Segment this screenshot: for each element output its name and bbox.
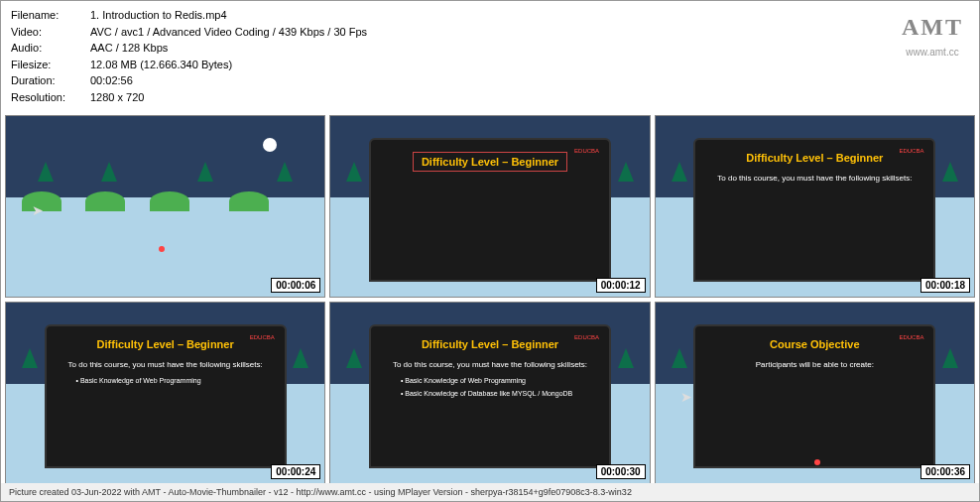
timestamp-6: 00:00:36 bbox=[920, 464, 970, 479]
resolution-value: 1280 x 720 bbox=[90, 89, 969, 106]
metadata-header: Filename:1. Introduction to Redis.mp4 Vi… bbox=[1, 1, 979, 111]
cursor-icon: ➤ bbox=[680, 389, 692, 405]
logo-text: AMT bbox=[902, 9, 963, 45]
tree-icon bbox=[942, 162, 958, 182]
footer-text: Picture created 03-Jun-2022 with AMT - A… bbox=[1, 483, 979, 501]
thumbnail-6: EDUCBA Course Objective Participants wil… bbox=[655, 302, 975, 484]
cursor-icon: ➤ bbox=[32, 202, 44, 218]
filesize-value: 12.08 MB (12.666.340 Bytes) bbox=[90, 57, 969, 73]
slide-text: To do this course, you must have the fol… bbox=[61, 360, 271, 369]
timestamp-2: 00:00:12 bbox=[596, 278, 646, 293]
thumbnail-5: EDUCBA Difficulty Level – Beginner To do… bbox=[329, 302, 650, 484]
tree-icon bbox=[672, 348, 687, 368]
tree-icon bbox=[618, 348, 634, 368]
moon-icon bbox=[263, 138, 277, 152]
tree-icon bbox=[672, 162, 687, 182]
audio-value: AAC / 128 Kbps bbox=[90, 40, 969, 57]
audio-label: Audio: bbox=[11, 40, 90, 57]
laptop-screen: EDUCBA Course Objective Participants wil… bbox=[693, 324, 935, 469]
tree-icon bbox=[346, 348, 362, 368]
laptop-screen: EDUCBA Difficulty Level – Beginner bbox=[369, 138, 611, 283]
slide-text: Participants will be able to create: bbox=[709, 360, 919, 369]
slide-title: Course Objective bbox=[709, 338, 919, 350]
amt-logo: AMT www.amt.cc bbox=[902, 9, 963, 60]
slide-bullet-2: • Basic Knowledge of Database like MYSQL… bbox=[401, 390, 595, 397]
thumbnail-1: ➤ 00:00:06 bbox=[5, 115, 325, 298]
filename-value: 1. Introduction to Redis.mp4 bbox=[90, 7, 969, 24]
tree-icon bbox=[197, 162, 213, 182]
timestamp-5: 00:00:30 bbox=[596, 464, 646, 479]
video-label: Video: bbox=[11, 24, 90, 41]
tree-icon bbox=[277, 162, 293, 182]
educba-brand: EDUCBA bbox=[574, 334, 599, 340]
slide-title: Difficulty Level – Beginner bbox=[385, 338, 595, 350]
duration-value: 00:02:56 bbox=[90, 72, 969, 89]
timestamp-3: 00:00:18 bbox=[920, 278, 970, 293]
tree-icon bbox=[293, 348, 308, 368]
slide-title: Difficulty Level – Beginner bbox=[413, 152, 567, 172]
tree-icon bbox=[101, 162, 117, 182]
tree-icon bbox=[22, 348, 38, 368]
educba-brand: EDUCBA bbox=[574, 148, 599, 154]
slide-title: Difficulty Level – Beginner bbox=[709, 152, 919, 164]
tree-icon bbox=[942, 348, 958, 368]
thumbnail-4: EDUCBA Difficulty Level – Beginner To do… bbox=[5, 302, 325, 484]
logo-url: www.amt.cc bbox=[902, 45, 963, 60]
video-value: AVC / avc1 / Advanced Video Coding / 439… bbox=[90, 24, 969, 41]
duration-label: Duration: bbox=[11, 72, 90, 89]
educba-brand: EDUCBA bbox=[899, 148, 923, 154]
slide-bullet: • Basic Knowledge of Web Programming bbox=[76, 377, 271, 384]
tree-icon bbox=[38, 162, 54, 182]
laptop-screen: EDUCBA Difficulty Level – Beginner To do… bbox=[369, 324, 611, 469]
laptop-screen: EDUCBA Difficulty Level – Beginner To do… bbox=[693, 138, 935, 283]
tree-icon bbox=[346, 162, 362, 182]
educba-brand: EDUCBA bbox=[250, 334, 275, 340]
thumbnail-2: EDUCBA Difficulty Level – Beginner 00:00… bbox=[329, 115, 650, 298]
filename-label: Filename: bbox=[11, 7, 90, 24]
timestamp-4: 00:00:24 bbox=[271, 464, 320, 479]
resolution-label: Resolution: bbox=[11, 89, 90, 106]
laptop-screen: EDUCBA Difficulty Level – Beginner To do… bbox=[45, 324, 287, 469]
timestamp-1: 00:00:06 bbox=[271, 278, 320, 293]
red-dot-icon bbox=[159, 246, 165, 252]
filesize-label: Filesize: bbox=[11, 57, 90, 73]
thumbnail-grid: ➤ 00:00:06 EDUCBA Difficulty Level – Beg… bbox=[1, 111, 979, 488]
slide-text: To do this course, you must have the fol… bbox=[709, 174, 919, 183]
slide-bullet-1: • Basic Knowledge of Web Programming bbox=[401, 377, 595, 384]
slide-title: Difficulty Level – Beginner bbox=[61, 338, 271, 350]
educba-brand: EDUCBA bbox=[899, 334, 923, 340]
tree-icon bbox=[618, 162, 634, 182]
slide-text: To do this course, you must have the fol… bbox=[385, 360, 595, 369]
thumbnail-3: EDUCBA Difficulty Level – Beginner To do… bbox=[655, 115, 975, 298]
